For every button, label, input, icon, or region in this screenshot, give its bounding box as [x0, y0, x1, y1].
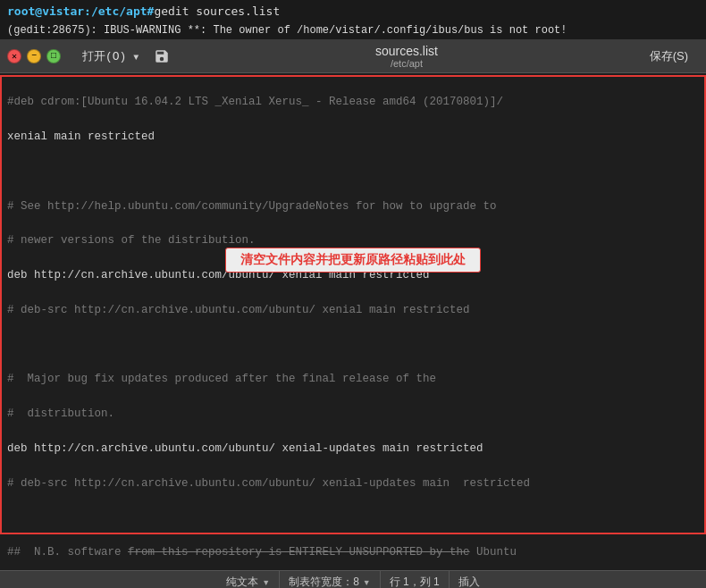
status-tab[interactable]: 制表符宽度：8 ▼: [280, 571, 381, 588]
menu-bar: 打开(O) ▼: [75, 44, 174, 69]
line-14: ## N.B. software from this repository is…: [7, 544, 699, 561]
warning-text: (gedit:28675): IBUS-WARNING **: The owne…: [7, 24, 567, 37]
position-label: 行 1，列 1: [390, 575, 440, 588]
open-menu[interactable]: 打开(O) ▼: [75, 46, 146, 66]
title-bar-right: 保存(S): [639, 45, 699, 68]
line-13: [7, 509, 699, 526]
mode-label: 插入: [458, 575, 480, 588]
maximize-button[interactable]: □: [46, 49, 61, 63]
line-7: # deb-src http://cn.archive.ubuntu.com/u…: [7, 302, 699, 319]
line-2: xenial main restricted: [7, 129, 699, 146]
format-label: 纯文本: [226, 575, 258, 588]
close-button[interactable]: ✕: [7, 49, 21, 63]
status-format[interactable]: 纯文本 ▼: [217, 571, 280, 588]
file-path: /etc/apt: [174, 58, 638, 69]
line-12: # deb-src http://cn.archive.ubuntu.com/u…: [7, 475, 699, 492]
tab-label: 制表符宽度：8: [289, 575, 359, 588]
editor-content[interactable]: #deb cdrom:[Ubuntu 16.04.2 LTS _Xenial X…: [0, 73, 706, 570]
overlay-message: 清空文件内容并把更新原路径粘贴到此处: [225, 248, 481, 273]
line-9: # Major bug fix updates produced after t…: [7, 371, 699, 388]
warning-bar: (gedit:28675): IBUS-WARNING **: The owne…: [0, 21, 706, 39]
line-4: # See http://help.ubuntu.com/community/U…: [7, 198, 699, 215]
terminal-prompt: root@vistar:/etc/apt#: [7, 4, 154, 18]
file-title: sources.list: [174, 44, 638, 58]
window-controls: ✕ − □ 打开(O) ▼: [7, 44, 174, 69]
status-mode: 插入: [450, 571, 489, 588]
terminal-bar: root@vistar:/etc/apt# gedit sources.list: [0, 0, 706, 21]
line-3: [7, 164, 699, 181]
title-center: sources.list /etc/apt: [174, 44, 638, 69]
line-10: # distribution.: [7, 406, 699, 423]
terminal-command: gedit sources.list: [154, 4, 280, 18]
format-arrow: ▼: [262, 578, 270, 587]
line-11: deb http://cn.archive.ubuntu.com/ubuntu/…: [7, 441, 699, 458]
status-bar: 纯文本 ▼ 制表符宽度：8 ▼ 行 1，列 1 插入: [0, 570, 706, 588]
tab-arrow: ▼: [363, 578, 371, 587]
toolbar-save-icon[interactable]: [149, 44, 174, 69]
open-menu-arrow: ▼: [133, 53, 139, 63]
status-position: 行 1，列 1: [381, 571, 450, 588]
minimize-button[interactable]: −: [27, 49, 41, 63]
line-8: [7, 337, 699, 354]
save-button[interactable]: 保存(S): [639, 45, 699, 68]
editor-area[interactable]: 清空文件内容并把更新原路径粘贴到此处 #deb cdrom:[Ubuntu 16…: [0, 73, 706, 570]
title-bar: ✕ − □ 打开(O) ▼ sources.list /etc/apt 保存(S…: [0, 39, 706, 73]
line-1: #deb cdrom:[Ubuntu 16.04.2 LTS _Xenial X…: [7, 94, 699, 111]
